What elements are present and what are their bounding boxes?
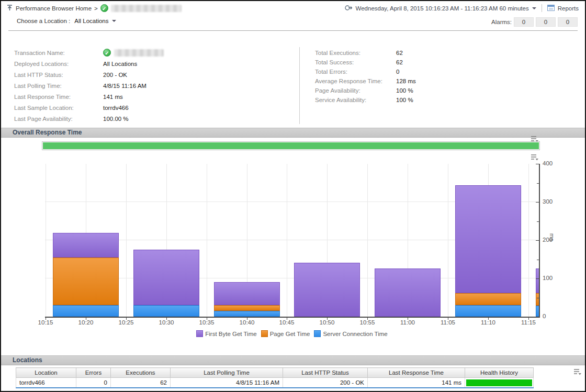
legend-item[interactable]: Server Connection Time: [314, 330, 387, 337]
bar-segment-page-get-time[interactable]: [214, 305, 280, 311]
bar-segment-first-byte-get-time[interactable]: [53, 233, 119, 257]
gridline: [367, 164, 368, 317]
legend-item[interactable]: First Byte Get Time: [196, 330, 256, 337]
table-options-icon[interactable]: [573, 368, 582, 377]
x-axis-tick: [126, 318, 127, 320]
location-picker-selected: All Locations: [74, 18, 108, 24]
availability-timeline-bar[interactable]: [43, 142, 539, 149]
bar-segment-page-get-time[interactable]: [455, 293, 521, 305]
summary-value: All Locations: [103, 61, 137, 67]
x-tick-label: 11:15: [521, 319, 536, 326]
x-axis-tick: [46, 318, 46, 320]
column-header-health-history[interactable]: Health History: [465, 368, 534, 378]
summary-label: Page Availability:: [315, 87, 396, 94]
summary-label: Last HTTP Status:: [14, 72, 103, 78]
timerange-control[interactable]: Wednesday, April 8, 2015 10:16:23 AM - 1…: [345, 4, 579, 12]
divider: [299, 47, 300, 124]
column-header-location[interactable]: Location: [16, 368, 76, 378]
summary-label: Last Response Time:: [14, 94, 103, 100]
alarm-count-critical[interactable]: 0: [536, 17, 556, 27]
summary-row: Total Executions: 62: [315, 48, 416, 58]
summary-value: 141 ms: [103, 94, 123, 100]
table-row[interactable]: torrdv466 0 62 4/8/15 11:16 AM 200 - OK …: [16, 378, 534, 388]
locations-table: Location Errors Executions Last Polling …: [16, 367, 534, 388]
availability-timeline: [42, 141, 540, 150]
summary-value: 4/8/15 11:16 AM: [103, 83, 146, 89]
bar-segment-first-byte-get-time[interactable]: [536, 268, 539, 293]
gridline: [448, 164, 448, 317]
x-tick-label: 10:55: [360, 319, 375, 326]
bar-segment-first-byte-get-time[interactable]: [133, 250, 199, 305]
alarm-count-fatal[interactable]: 0: [514, 17, 534, 27]
breadcrumb-separator: >: [94, 5, 98, 12]
summary-value: 200 - OK: [103, 72, 127, 78]
divider: [8, 30, 578, 31]
summary-value: torrdv466: [103, 105, 129, 111]
location-picker-value[interactable]: All Locations: [74, 18, 116, 24]
x-tick-label: 10:15: [38, 319, 53, 326]
column-header-last-polling-time[interactable]: Last Polling Time: [171, 368, 283, 378]
bar-segment-server-connection-time[interactable]: [536, 306, 539, 317]
x-tick-label: 11:00: [400, 319, 415, 326]
gridline: [207, 164, 207, 317]
legend-label: Server Connection Time: [323, 331, 387, 337]
gridline: [46, 164, 46, 317]
summary-value: 128 ms: [396, 78, 416, 84]
legend-item[interactable]: Page Get Time: [261, 330, 310, 337]
location-picker: Choose a Location : All Locations: [17, 18, 116, 24]
summary-value: 0: [396, 69, 399, 75]
bar-segment-page-get-time[interactable]: [536, 293, 539, 306]
bar-segment-server-connection-time[interactable]: [455, 305, 521, 317]
column-header-last-http-status[interactable]: Last HTTP Status: [283, 368, 368, 378]
cell-last-http-status: 200 - OK: [283, 378, 368, 388]
transaction-name-redacted: [111, 5, 182, 12]
column-header-executions[interactable]: Executions: [111, 368, 171, 378]
x-axis-tick: [488, 318, 489, 320]
summary-value: 62: [396, 50, 403, 56]
summary-row: Total Success: 62: [315, 58, 416, 67]
bar-segment-first-byte-get-time[interactable]: [455, 185, 521, 293]
summary-value: 100 %: [396, 97, 413, 103]
x-axis-tick: [86, 318, 86, 320]
legend-label: Page Get Time: [270, 331, 310, 337]
summary-row: Average Response Time: 128 ms: [315, 76, 416, 86]
section-header-overall-response-time: Overall Response Time: [1, 128, 585, 138]
y-tick-label: 200: [543, 237, 553, 243]
bar-segment-first-byte-get-time[interactable]: [375, 268, 441, 317]
summary-value: 100 %: [396, 87, 413, 94]
column-header-last-response-time[interactable]: Last Response Time: [368, 368, 465, 378]
summary-row: Deployed Locations: All Locations: [14, 58, 164, 69]
transaction-name-redacted: [114, 49, 164, 57]
summary-label: Service Availability:: [315, 97, 396, 103]
summary-row: Last Response Time: 141 ms: [14, 91, 164, 102]
up-level-icon[interactable]: [6, 4, 13, 12]
summary-row: Last HTTP Status: 200 - OK: [14, 69, 164, 80]
column-header-errors[interactable]: Errors: [76, 368, 111, 378]
gridline: [287, 164, 287, 317]
alarm-count-warning[interactable]: 0: [558, 17, 578, 27]
y-tick-label: 0: [543, 313, 546, 319]
x-axis-tick: [247, 318, 247, 320]
summary-row: Last Sample Location: torrdv466: [14, 102, 164, 113]
bar-segment-first-byte-get-time[interactable]: [214, 282, 280, 305]
x-tick-label: 10:30: [159, 319, 174, 326]
section-header-locations: Locations: [1, 355, 585, 365]
y-axis-line: [539, 164, 540, 318]
summary-label: Last Sample Location:: [14, 105, 103, 111]
x-tick-label: 10:35: [199, 319, 215, 326]
bar-segment-server-connection-time[interactable]: [133, 305, 199, 317]
reports-button[interactable]: Reports: [558, 5, 579, 12]
location-picker-label: Choose a Location :: [17, 18, 70, 24]
chart-options-icon[interactable]: [531, 153, 539, 163]
health-history-bar[interactable]: [466, 379, 532, 386]
bar-segment-first-byte-get-time[interactable]: [294, 263, 360, 317]
summary-label: Last Page Availability:: [14, 116, 103, 122]
summary-row: Total Errors: 0: [315, 67, 416, 76]
summary-row: Service Availability: 100 %: [315, 95, 416, 105]
gridline: [528, 164, 529, 317]
breadcrumb-home-link[interactable]: Performance Browser Home: [16, 5, 92, 12]
bar-segment-page-get-time[interactable]: [53, 257, 119, 305]
chevron-down-icon: [112, 20, 116, 22]
bar-segment-server-connection-time[interactable]: [214, 311, 280, 317]
bar-segment-server-connection-time[interactable]: [53, 305, 119, 317]
